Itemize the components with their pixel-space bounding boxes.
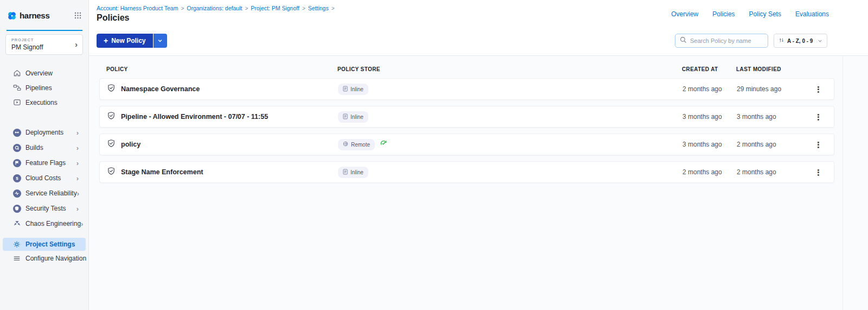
- sidebar-item-deployments[interactable]: Deployments ›: [0, 125, 88, 140]
- store-badge: Inline: [338, 111, 368, 123]
- sort-arrows-icon: [778, 36, 784, 46]
- column-header-policy-store: POLICY STORE: [337, 66, 682, 72]
- row-menu-button[interactable]: ⋮: [812, 140, 825, 150]
- executions-icon: [12, 98, 21, 106]
- policy-name-cell: policy: [100, 139, 338, 150]
- sidebar-item-project-settings[interactable]: Project Settings: [3, 238, 86, 251]
- chevron-right-icon: ›: [81, 220, 83, 227]
- project-label: PROJECT: [11, 37, 77, 42]
- sidebar-item-label: Overview: [25, 69, 53, 77]
- breadcrumb-org-link[interactable]: Organizations: default: [187, 5, 242, 11]
- chevron-right-icon: ›: [76, 160, 79, 167]
- sidebar-item-label: Deployments: [25, 129, 63, 136]
- breadcrumb-separator: >: [331, 5, 335, 11]
- sidebar-item-configure-navigation[interactable]: Configure Navigation: [0, 252, 88, 265]
- breadcrumb-account-link[interactable]: Account: Harness Product Team: [97, 5, 178, 11]
- row-menu-cell: ⋮: [809, 112, 834, 122]
- breadcrumb-settings-link[interactable]: Settings: [308, 5, 329, 11]
- search-icon: [680, 36, 687, 46]
- policy-store-cell: Inline: [338, 167, 682, 178]
- row-menu-button[interactable]: ⋮: [812, 167, 825, 178]
- sidebar-modules: Deployments › Builds › Feature Flags › $…: [0, 125, 88, 231]
- store-badge: Inline: [338, 84, 368, 95]
- sort-dropdown[interactable]: A - Z, 0 - 9: [774, 34, 827, 48]
- sidebar-item-service-reliability[interactable]: Service Reliability ›: [0, 186, 88, 201]
- new-policy-split-button: + New Policy: [97, 34, 167, 48]
- sidebar: harness PROJECT PM Signoff › Overview: [0, 0, 89, 310]
- created-at: 3 months ago: [682, 113, 737, 121]
- row-menu-button[interactable]: ⋮: [812, 112, 825, 122]
- sidebar-item-feature-flags[interactable]: Feature Flags ›: [0, 155, 88, 170]
- table-row[interactable]: Stage Name Enforcement Inline 2 months a…: [99, 161, 834, 183]
- store-badge-label: Remote: [351, 142, 370, 148]
- sidebar-item-overview[interactable]: Overview: [0, 66, 88, 80]
- tab-evaluations[interactable]: Evaluations: [795, 10, 829, 18]
- row-menu-button[interactable]: ⋮: [812, 84, 825, 94]
- last-modified: 2 months ago: [737, 168, 809, 176]
- created-at: 3 months ago: [682, 141, 737, 148]
- svg-text:$: $: [16, 176, 18, 181]
- search-box: [675, 34, 768, 48]
- store-badge-label: Inline: [350, 86, 363, 92]
- search-input[interactable]: [690, 37, 763, 44]
- policy-shield-icon: [107, 111, 116, 122]
- sidebar-item-label: Cloud Costs: [25, 174, 61, 182]
- page-title: Policies: [97, 13, 129, 23]
- chaos-engineering-icon: [12, 220, 21, 228]
- created-at: 2 months ago: [682, 85, 737, 93]
- breadcrumb-separator: >: [181, 5, 184, 11]
- sidebar-item-label: Executions: [25, 99, 58, 106]
- project-selector[interactable]: PROJECT PM Signoff ›: [5, 34, 83, 55]
- inline-file-icon: [343, 86, 348, 93]
- breadcrumb: Account: Harness Product Team > Organiza…: [97, 5, 337, 11]
- column-header-policy: POLICY: [99, 66, 337, 72]
- project-name: PM Signoff: [11, 43, 77, 51]
- chevron-down-icon: [818, 39, 822, 43]
- pipelines-icon: [12, 84, 21, 92]
- row-menu-cell: ⋮: [809, 84, 834, 94]
- policy-shield-icon: [107, 167, 116, 178]
- table-row[interactable]: Namespace Governance Inline 2 months ago…: [99, 78, 834, 100]
- policy-name: Pipeline - Allowed Environment - 07/07 -…: [121, 113, 268, 121]
- tab-policy-sets[interactable]: Policy Sets: [749, 10, 781, 18]
- sidebar-item-cloud-costs[interactable]: $ Cloud Costs ›: [0, 170, 88, 186]
- sidebar-item-label: Service Reliability: [25, 189, 77, 197]
- policy-name: Stage Name Enforcement: [121, 168, 203, 176]
- new-policy-dropdown-button[interactable]: [154, 34, 167, 48]
- sidebar-item-pipelines[interactable]: Pipelines: [0, 80, 88, 95]
- git-sync-success-icon: [380, 140, 387, 149]
- new-policy-button-label: New Policy: [111, 37, 145, 45]
- harness-app: harness PROJECT PM Signoff › Overview: [0, 0, 868, 310]
- module-grid-icon[interactable]: [74, 12, 81, 19]
- policy-name-cell: Namespace Governance: [100, 84, 338, 94]
- breadcrumb-project-link[interactable]: Project: PM Signoff: [251, 5, 299, 11]
- policy-store-cell: Remote: [338, 139, 682, 150]
- row-menu-cell: ⋮: [809, 167, 834, 178]
- sidebar-item-executions[interactable]: Executions: [0, 95, 88, 110]
- sidebar-item-builds[interactable]: Builds ›: [0, 140, 88, 155]
- sidebar-item-label: Pipelines: [25, 84, 52, 92]
- sidebar-item-label: Configure Navigation: [25, 255, 86, 262]
- store-badge: Remote: [338, 139, 375, 150]
- tab-policies[interactable]: Policies: [712, 10, 735, 18]
- tab-overview[interactable]: Overview: [671, 10, 698, 18]
- column-header-last-modified: LAST MODIFIED: [736, 66, 808, 72]
- sidebar-item-chaos-engineering[interactable]: Chaos Engineering ›: [0, 216, 88, 231]
- table-header-row: POLICY POLICY STORE CREATED AT LAST MODI…: [99, 66, 834, 72]
- sidebar-nav: Overview Pipelines Executions: [0, 66, 88, 110]
- sidebar-item-security-tests[interactable]: Security Tests ›: [0, 201, 88, 216]
- cloud-costs-icon: $: [12, 174, 21, 182]
- store-badge-label: Inline: [350, 114, 363, 120]
- gear-icon: [12, 241, 21, 248]
- last-modified: 29 minutes ago: [737, 85, 809, 93]
- table-row[interactable]: Pipeline - Allowed Environment - 07/07 -…: [99, 106, 834, 128]
- service-reliability-icon: [12, 189, 21, 198]
- table-row[interactable]: policy Remote 3 months ago 2 months ago …: [99, 134, 834, 155]
- sidebar-item-label: Feature Flags: [25, 159, 66, 167]
- plus-icon: +: [104, 37, 108, 45]
- main-area: Account: Harness Product Team > Organiza…: [89, 0, 868, 310]
- store-badge-label: Inline: [350, 169, 363, 175]
- harness-logo-icon: [7, 11, 17, 21]
- last-modified: 2 months ago: [737, 141, 809, 148]
- new-policy-button[interactable]: + New Policy: [97, 34, 153, 48]
